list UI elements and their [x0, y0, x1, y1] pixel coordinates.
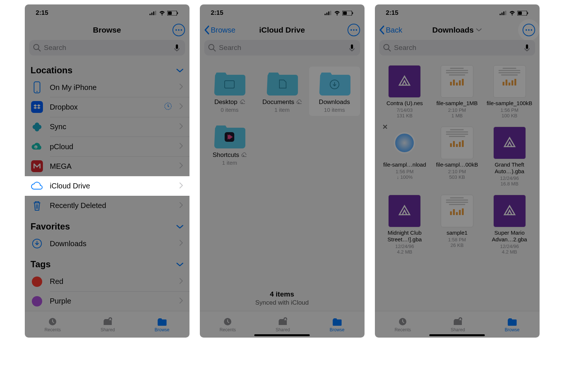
- file-size: 503 KB: [449, 174, 465, 180]
- svg-text:P: P: [35, 146, 36, 148]
- location-icloud-drive[interactable]: iCloud Drive: [25, 176, 189, 195]
- file-size: 4.2 MB: [397, 249, 412, 255]
- search-input[interactable]: [394, 44, 520, 52]
- more-button[interactable]: [523, 24, 535, 36]
- file-item[interactable]: Contra (U).nes7/14/03131 KB: [379, 63, 430, 121]
- tag-red[interactable]: Red: [25, 272, 189, 291]
- cloud-download-icon: [241, 152, 246, 158]
- file-time: 2:10 PM: [448, 107, 466, 113]
- search-input[interactable]: [44, 44, 170, 52]
- file-thumb: [388, 195, 421, 227]
- file-size: 4.2 MB: [502, 249, 517, 255]
- svg-point-12: [36, 91, 37, 92]
- file-item[interactable]: Grand Theft Auto…).gba12/24/9616.8 MB: [484, 124, 535, 189]
- search-icon: [208, 44, 216, 52]
- file-size: 100 KB: [501, 113, 517, 118]
- file-time: 7/14/03: [397, 107, 413, 113]
- chevron-down-icon: [476, 27, 482, 33]
- file-thumb: [388, 65, 421, 98]
- tab-shared[interactable]: Shared: [276, 317, 290, 332]
- chevron-right-icon: [179, 83, 184, 91]
- tab-shared[interactable]: Shared: [101, 317, 115, 332]
- sync-icon: [31, 121, 43, 133]
- file-item[interactable]: Super Mario Advan…2.gba12/24/964.2 MB: [484, 192, 535, 257]
- search-bar[interactable]: [379, 40, 535, 56]
- locations-header[interactable]: Locations: [25, 59, 189, 78]
- location-on-my-iphone[interactable]: On My iPhone: [25, 78, 189, 97]
- file-name: Contra (U).nes: [386, 100, 423, 107]
- tab-browse[interactable]: Browse: [155, 317, 169, 332]
- file-name: file-sample_100kB: [487, 100, 532, 107]
- favorite-downloads[interactable]: Downloads: [25, 234, 189, 253]
- nav-header: Browse iCloud Drive: [200, 21, 365, 38]
- more-button[interactable]: [172, 24, 185, 36]
- tab-recents[interactable]: Recents: [395, 317, 411, 332]
- location-sync[interactable]: Sync: [25, 117, 189, 137]
- file-item[interactable]: sample11:58 PM26 KB: [432, 192, 483, 257]
- tab-browse[interactable]: Browse: [505, 317, 520, 332]
- file-thumb: [441, 65, 473, 98]
- tab-shared[interactable]: Shared: [451, 317, 465, 332]
- file-thumb: [388, 127, 421, 159]
- search-icon: [383, 44, 391, 52]
- status-bar: 2:15: [200, 4, 365, 21]
- tags-header[interactable]: Tags: [25, 253, 189, 272]
- status-time: 2:15: [36, 9, 48, 17]
- folder-desktop[interactable]: Desktop 0 items: [204, 67, 255, 116]
- home-indicator: [429, 334, 485, 336]
- nav-header: Back Downloads: [375, 21, 540, 38]
- folder-shortcuts[interactable]: Shortcuts 1 item: [204, 120, 255, 169]
- file-time: 1:56 PM: [500, 107, 518, 113]
- folder-documents[interactable]: Documents 1 item: [256, 67, 308, 116]
- location-mega[interactable]: MEGA: [25, 157, 189, 176]
- chevron-down-icon: [176, 65, 184, 76]
- tag-purple[interactable]: Purple: [25, 292, 189, 311]
- search-bar[interactable]: [29, 40, 185, 56]
- more-button[interactable]: [348, 24, 360, 36]
- file-size: 26 KB: [450, 242, 463, 248]
- favorites-header[interactable]: Favorites: [25, 215, 189, 234]
- back-button[interactable]: Browse: [204, 21, 236, 38]
- iphone-icon: [31, 81, 43, 94]
- back-button[interactable]: Back: [379, 21, 402, 38]
- home-indicator: [254, 334, 310, 336]
- tab-recents[interactable]: Recents: [44, 317, 61, 332]
- mic-icon[interactable]: [173, 44, 181, 52]
- search-bar[interactable]: [204, 40, 360, 56]
- location-recently-deleted[interactable]: Recently Deleted: [25, 196, 189, 215]
- tab-recents[interactable]: Recents: [219, 317, 236, 332]
- file-thumb: [493, 127, 526, 159]
- signal-icon: [150, 11, 157, 15]
- cancel-download-icon[interactable]: ✕: [382, 123, 388, 131]
- file-item[interactable]: file-sample_100kB1:56 PM100 KB: [484, 63, 535, 121]
- file-size: 16.8 MB: [500, 181, 518, 187]
- file-item[interactable]: file-sampl…00kB2:10 PM503 KB: [432, 124, 483, 189]
- folder-icon: [213, 123, 246, 149]
- file-thumb: [441, 127, 473, 159]
- tab-bar: Recents Shared Browse: [25, 311, 189, 338]
- file-item[interactable]: Midnight Club Street…!].gba12/24/964.2 M…: [379, 192, 430, 257]
- screen-browse: 2:15 Browse Locations On My iPhone Dropb…: [25, 4, 189, 338]
- location-pcloud[interactable]: P pCloud: [25, 137, 189, 156]
- cloud-download-icon: [296, 99, 302, 105]
- status-bar: 2:15: [375, 4, 540, 21]
- mic-icon[interactable]: [523, 44, 531, 52]
- file-item[interactable]: ✕file-sampl…nload1:56 PM↓ 100%: [379, 124, 430, 189]
- mic-icon[interactable]: [348, 44, 356, 52]
- file-thumb: [493, 65, 526, 98]
- search-input[interactable]: [219, 44, 345, 52]
- file-thumb: [441, 195, 473, 227]
- folder-downloads[interactable]: Downloads 10 items: [309, 67, 360, 116]
- file-name: file-sample_1MB: [436, 100, 478, 107]
- tab-browse[interactable]: Browse: [330, 317, 345, 332]
- location-dropbox[interactable]: Dropbox: [25, 97, 189, 117]
- battery-icon: [167, 11, 178, 16]
- page-title[interactable]: Downloads: [432, 26, 474, 34]
- file-name: file-sampl…00kB: [436, 161, 478, 168]
- mega-icon: [31, 160, 43, 172]
- icloud-icon: [31, 180, 43, 192]
- red-tag-icon: [32, 277, 42, 287]
- file-name: Super Mario Advan…2.gba: [486, 229, 534, 243]
- file-name: sample1: [447, 229, 468, 236]
- file-item[interactable]: file-sample_1MB2:10 PM1 MB: [432, 63, 483, 121]
